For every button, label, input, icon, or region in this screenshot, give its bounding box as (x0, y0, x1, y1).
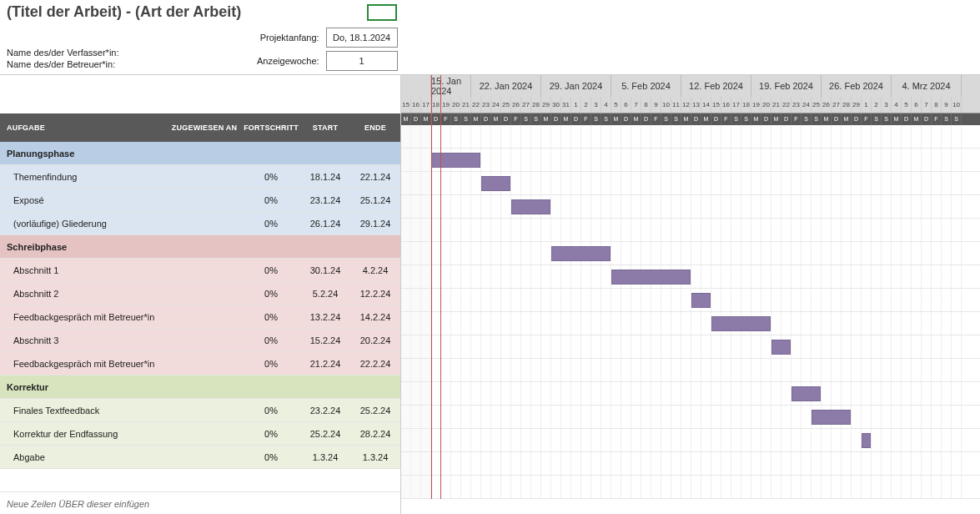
task-title[interactable]: Exposé (0, 195, 167, 205)
timeline-row[interactable] (401, 335, 980, 359)
task-start[interactable]: 15.2.24 (300, 335, 350, 345)
task-progress[interactable]: 0% (242, 429, 300, 439)
task-title[interactable]: Feedbackgespräch mit Betreuer*in (0, 359, 167, 369)
task-title[interactable]: Finales Textfeedback (0, 406, 167, 416)
task-progress[interactable]: 0% (242, 172, 300, 182)
col-progress[interactable]: Fortschritt (242, 123, 300, 132)
author-label[interactable]: Name des/der Verfasser*in: (7, 48, 257, 58)
timeline-week[interactable]: 29. Jan 2024 (541, 75, 611, 97)
task-progress[interactable]: 0% (242, 312, 300, 322)
timeline-week[interactable]: 22. Jan 2024 (471, 75, 541, 97)
phase-row[interactable]: Schreibphase (0, 235, 400, 259)
timeline-row[interactable] (401, 382, 980, 406)
gantt-bar[interactable] (611, 270, 691, 285)
blank-row[interactable] (0, 469, 400, 492)
col-end[interactable]: Ende (350, 123, 400, 132)
selected-cell[interactable] (367, 4, 397, 21)
timeline-row[interactable] (401, 476, 980, 499)
task-progress[interactable]: 0% (242, 219, 300, 229)
task-end[interactable]: 22.1.24 (350, 172, 400, 182)
timeline-row[interactable] (401, 265, 980, 289)
gantt-bar[interactable] (862, 433, 871, 448)
task-start[interactable]: 30.1.24 (300, 265, 350, 275)
task-progress[interactable]: 0% (242, 265, 300, 275)
gantt-bar[interactable] (691, 293, 711, 308)
task-start[interactable]: 23.1.24 (300, 195, 350, 205)
task-end[interactable]: 14.2.24 (350, 312, 400, 322)
task-row[interactable]: Themenfindung0%18.1.2422.1.24 (0, 165, 400, 189)
timeline-week[interactable]: 12. Feb 2024 (681, 75, 751, 97)
gantt-bar[interactable] (511, 199, 550, 214)
task-row[interactable]: Finales Textfeedback0%23.2.2425.2.24 (0, 399, 400, 422)
page-title[interactable]: (Titel der Arbeit) - (Art der Arbeit) (7, 3, 973, 21)
col-task[interactable]: Aufgabe (0, 123, 167, 132)
task-row[interactable]: (vorläufige) Gliederung0%26.1.2429.1.24 (0, 212, 400, 235)
task-title[interactable]: Feedbackgespräch mit Betreuer*in (0, 312, 167, 322)
col-assigned[interactable]: Zugewiesen an (167, 123, 242, 132)
timeline-row[interactable] (401, 289, 980, 312)
phase-row[interactable]: Planungsphase (0, 142, 400, 165)
phase-row[interactable]: Korrektur (0, 375, 400, 399)
task-end[interactable]: 25.1.24 (350, 195, 400, 205)
task-progress[interactable]: 0% (242, 195, 300, 205)
task-row[interactable]: Abschnitt 10%30.1.244.2.24 (0, 259, 400, 282)
timeline-row[interactable] (401, 219, 980, 242)
task-end[interactable]: 4.2.24 (350, 265, 400, 275)
timeline-row[interactable] (401, 172, 980, 195)
timeline-row[interactable] (401, 195, 980, 219)
task-start[interactable]: 18.1.24 (300, 172, 350, 182)
timeline-week[interactable]: 5. Feb 2024 (611, 75, 681, 97)
timeline-row[interactable] (401, 242, 980, 265)
task-start[interactable]: 21.2.24 (300, 359, 350, 369)
gantt-bar[interactable] (711, 316, 771, 331)
task-title[interactable]: Abschnitt 3 (0, 335, 167, 345)
gantt-bar[interactable] (481, 176, 510, 191)
supervisor-label[interactable]: Name des/der Betreuer*in: (7, 59, 257, 69)
col-start[interactable]: Start (300, 123, 350, 132)
gantt-bar[interactable] (771, 340, 791, 355)
task-progress[interactable]: 0% (242, 335, 300, 345)
task-title[interactable]: Abschnitt 1 (0, 265, 167, 275)
task-title[interactable]: Korrektur der Endfassung (0, 429, 167, 439)
gantt-bar[interactable] (792, 386, 821, 401)
gantt-bar[interactable] (431, 153, 480, 168)
task-row[interactable]: Feedbackgespräch mit Betreuer*in0%21.2.2… (0, 352, 400, 375)
task-row[interactable]: Korrektur der Endfassung0%25.2.2428.2.24 (0, 422, 400, 446)
timeline-week[interactable]: 4. Mrz 2024 (892, 75, 962, 97)
timeline-row[interactable] (401, 406, 980, 429)
task-start[interactable]: 25.2.24 (300, 429, 350, 439)
task-progress[interactable]: 0% (242, 452, 300, 462)
timeline-row[interactable] (401, 359, 980, 382)
timeline-row[interactable] (401, 429, 980, 452)
task-end[interactable]: 22.2.24 (350, 359, 400, 369)
task-end[interactable]: 28.2.24 (350, 429, 400, 439)
task-start[interactable]: 23.2.24 (300, 406, 350, 416)
task-end[interactable]: 20.2.24 (350, 335, 400, 345)
task-title[interactable]: Abgabe (0, 452, 167, 462)
task-row[interactable]: Abschnitt 20%5.2.2412.2.24 (0, 282, 400, 305)
task-start[interactable]: 5.2.24 (300, 289, 350, 299)
timeline-week[interactable]: 26. Feb 2024 (822, 75, 892, 97)
timeline-row[interactable] (401, 452, 980, 476)
task-title[interactable]: (vorläufige) Gliederung (0, 219, 167, 229)
task-title[interactable]: Themenfindung (0, 172, 167, 182)
task-progress[interactable]: 0% (242, 359, 300, 369)
display-week-field[interactable]: 1 (326, 51, 398, 71)
task-row[interactable]: Abgabe0%1.3.241.3.24 (0, 446, 400, 469)
task-title[interactable]: Abschnitt 2 (0, 289, 167, 299)
gantt-bar[interactable] (551, 246, 611, 261)
gantt-bar[interactable] (812, 410, 851, 425)
timeline-week[interactable]: 19. Feb 2024 (751, 75, 822, 97)
timeline-row[interactable] (401, 149, 980, 172)
task-end[interactable]: 25.2.24 (350, 406, 400, 416)
task-progress[interactable]: 0% (242, 406, 300, 416)
project-start-field[interactable]: Do, 18.1.2024 (326, 28, 398, 48)
task-row[interactable]: Feedbackgespräch mit Betreuer*in0%13.2.2… (0, 305, 400, 329)
task-end[interactable]: 29.1.24 (350, 219, 400, 229)
task-start[interactable]: 1.3.24 (300, 452, 350, 462)
task-end[interactable]: 12.2.24 (350, 289, 400, 299)
timeline-row[interactable] (401, 312, 980, 335)
task-start[interactable]: 26.1.24 (300, 219, 350, 229)
insert-hint-row[interactable]: Neue Zeilen ÜBER dieser einfügen (0, 492, 400, 514)
timeline-row[interactable] (401, 125, 980, 149)
